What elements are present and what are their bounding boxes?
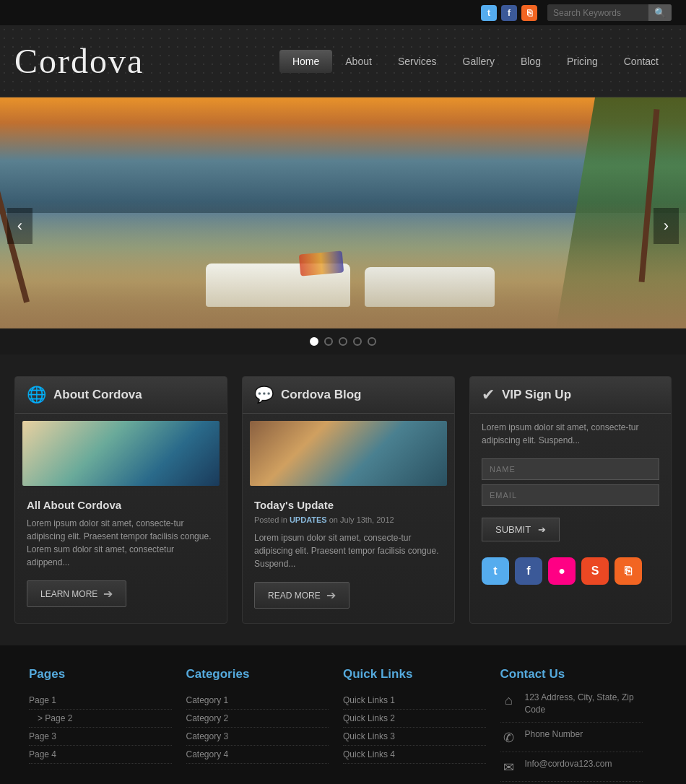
cat-link-1[interactable]: Category 1 — [186, 692, 329, 710]
ql-link-2[interactable]: Quick Links 2 — [343, 710, 486, 728]
slider-prev-button[interactable]: ‹ — [7, 208, 32, 244]
blog-card-header: 💬 Cordova Blog — [243, 377, 454, 414]
email-text: Info@cordova123.com — [525, 758, 612, 770]
vip-card-title: VIP Sign Up — [502, 388, 571, 402]
slider-dot-1[interactable] — [310, 337, 318, 346]
about-card-image — [22, 421, 220, 486]
page-link-3[interactable]: Page 3 — [29, 728, 172, 746]
vip-name-input[interactable] — [482, 458, 659, 480]
meta-pre: Posted in — [254, 515, 290, 524]
search-input[interactable] — [547, 5, 648, 21]
globe-icon: 🌐 — [27, 386, 46, 404]
search-button[interactable]: 🔍 — [648, 4, 672, 21]
read-more-label: READ MORE — [268, 591, 321, 601]
twitter-icon[interactable]: t — [482, 557, 509, 585]
about-card-text: Lorem ipsum dolor sit amet, consecte-tur… — [15, 514, 227, 572]
nav-contact[interactable]: Contact — [611, 50, 672, 73]
chat-icon: 💬 — [254, 386, 274, 404]
flickr-icon[interactable]: ● — [548, 557, 576, 585]
facebook-icon-top[interactable]: f — [501, 5, 517, 21]
contact-email: ✉ Info@cordova123.com — [500, 758, 643, 782]
vip-card-header: ✔ VIP Sign Up — [470, 377, 671, 414]
phone-text: Phone Number — [525, 728, 583, 741]
slider-section: ‹ › — [0, 97, 686, 354]
blog-card-image — [250, 421, 447, 486]
meta-highlight: UPDATES — [290, 515, 327, 524]
categories-title: Categories — [186, 667, 329, 681]
meta-post: on July 13th, 2012 — [327, 515, 394, 524]
quicklinks-title: Quick Links — [343, 667, 486, 681]
nav-home[interactable]: Home — [279, 50, 332, 73]
nav-pricing[interactable]: Pricing — [554, 50, 611, 73]
submit-arrow-icon: ➔ — [538, 524, 546, 535]
arrow-icon-2: ➔ — [326, 588, 336, 602]
contact-address: ⌂ 123 Address, City, State, Zip Code — [500, 692, 643, 723]
footer: Pages Page 1 > Page 2 Page 3 Page 4 Cate… — [0, 645, 686, 784]
content-area: 🌐 About Cordova All About Cordova Lorem … — [0, 354, 686, 645]
phone-icon: ✆ — [500, 730, 518, 746]
footer-categories: Categories Category 1 Category 2 Categor… — [186, 667, 344, 784]
top-bar: t f ⎘ 🔍 — [0, 0, 686, 25]
learn-more-button[interactable]: LEARN MORE ➔ — [27, 580, 126, 607]
address-text: 123 Address, City, State, Zip Code — [525, 692, 643, 716]
ql-link-4[interactable]: Quick Links 4 — [343, 746, 486, 764]
learn-more-label: LEARN MORE — [40, 589, 97, 599]
blog-card-title: Cordova Blog — [281, 388, 361, 402]
slider-dot-3[interactable] — [339, 337, 347, 346]
slider-dots — [0, 328, 686, 354]
header: Cordova Home About Services Gallery Blog… — [0, 25, 686, 97]
cat-link-3[interactable]: Category 3 — [186, 728, 329, 746]
rss-icon[interactable]: ⎘ — [615, 557, 642, 585]
facebook-icon[interactable]: f — [515, 557, 542, 585]
ql-link-3[interactable]: Quick Links 3 — [343, 728, 486, 746]
logo: Cordova — [14, 41, 144, 81]
blog-card-meta: Posted in UPDATES on July 13th, 2012 — [243, 514, 454, 528]
nav-about[interactable]: About — [332, 50, 385, 73]
page-link-1[interactable]: Page 1 — [29, 692, 172, 710]
blog-card-subtitle: Today's Update — [243, 493, 454, 514]
ql-link-1[interactable]: Quick Links 1 — [343, 692, 486, 710]
vip-desc: Lorem ipsum dolor sit amet, consecte-tur… — [470, 414, 671, 454]
pages-title: Pages — [29, 667, 172, 681]
vip-social-icons: t f ● S ⎘ — [470, 549, 671, 593]
about-card-subtitle: All About Cordova — [15, 493, 227, 514]
check-icon: ✔ — [482, 386, 495, 404]
vip-card: ✔ VIP Sign Up Lorem ipsum dolor sit amet… — [469, 376, 672, 624]
blog-card-text: Lorem ipsum dolor sit amet, consecte-tur… — [243, 528, 454, 573]
footer-pages: Pages Page 1 > Page 2 Page 3 Page 4 — [29, 667, 186, 784]
cat-link-2[interactable]: Category 2 — [186, 710, 329, 728]
about-card: 🌐 About Cordova All About Cordova Lorem … — [14, 376, 227, 624]
rss-icon-top[interactable]: ⎘ — [521, 5, 537, 21]
home-icon: ⌂ — [500, 693, 518, 708]
blog-card: 💬 Cordova Blog Today's Update Posted in … — [242, 376, 455, 624]
vip-submit-button[interactable]: SUBMIT ➔ — [482, 518, 560, 541]
slider-dot-2[interactable] — [324, 337, 333, 346]
nav-gallery[interactable]: Gallery — [450, 50, 508, 73]
page-link-4[interactable]: Page 4 — [29, 746, 172, 764]
arrow-icon: ➔ — [103, 587, 113, 601]
slider-dot-5[interactable] — [368, 337, 376, 346]
footer-columns: Pages Page 1 > Page 2 Page 3 Page 4 Cate… — [29, 667, 657, 784]
search-box: 🔍 — [547, 4, 672, 21]
slider-image — [0, 97, 686, 328]
nav-services[interactable]: Services — [385, 50, 450, 73]
cat-link-4[interactable]: Category 4 — [186, 746, 329, 764]
slider-next-button[interactable]: › — [654, 208, 679, 244]
submit-label: SUBMIT — [495, 524, 531, 535]
contact-title: Contact Us — [500, 667, 643, 681]
contact-phone: ✆ Phone Number — [500, 728, 643, 752]
stumbleupon-icon[interactable]: S — [581, 557, 609, 585]
email-icon: ✉ — [500, 759, 518, 775]
about-card-title: About Cordova — [53, 388, 142, 402]
twitter-icon-top[interactable]: t — [481, 5, 497, 21]
footer-quicklinks: Quick Links Quick Links 1 Quick Links 2 … — [343, 667, 500, 784]
page-link-2[interactable]: > Page 2 — [29, 710, 172, 728]
nav: Home About Services Gallery Blog Pricing… — [279, 50, 672, 73]
read-more-button[interactable]: READ MORE ➔ — [254, 582, 349, 609]
footer-contact: Contact Us ⌂ 123 Address, City, State, Z… — [500, 667, 658, 784]
nav-blog[interactable]: Blog — [508, 50, 554, 73]
about-card-header: 🌐 About Cordova — [15, 377, 227, 414]
vip-email-input[interactable] — [482, 484, 659, 506]
slider-dot-4[interactable] — [353, 337, 362, 346]
